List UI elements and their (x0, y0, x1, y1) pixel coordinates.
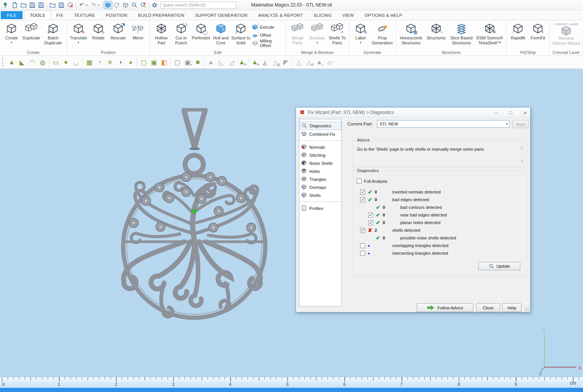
mark-shell-icon[interactable] (37, 57, 48, 67)
nav-item-normals[interactable]: Normals (299, 143, 341, 151)
hollow-part-button[interactable]: Hollow Part (151, 21, 171, 48)
mirror-button[interactable]: Mirror (128, 21, 148, 48)
scroll-up-icon[interactable]: ∧ (519, 145, 525, 150)
nav-item-combined-fix[interactable]: Combined Fix (299, 130, 341, 138)
save-icon[interactable] (28, 1, 37, 9)
triangle-report-icon[interactable]: ▤ (270, 57, 281, 67)
sphere-mark-icon[interactable] (125, 57, 136, 67)
milling-offset-button[interactable]: Milling Offset (252, 40, 284, 47)
mark-cube-surface-icon[interactable] (149, 57, 159, 67)
help-button[interactable]: Help (502, 303, 521, 312)
row-checkbox[interactable] (360, 251, 365, 256)
tab-view[interactable]: VIEW (337, 10, 359, 20)
undo-icon[interactable]: ↶ (77, 1, 86, 9)
viewport-3d[interactable]: Y X Z Fix Wizard (Part: STL NEW) > Diagn… (0, 69, 583, 377)
nav-item-stitching[interactable]: Stitching (299, 151, 341, 159)
structures-button[interactable]: ◔ Structures (424, 21, 448, 48)
open-folder-icon[interactable] (19, 1, 28, 9)
nav-item-overlaps[interactable]: Overlaps (299, 183, 341, 191)
nav-item-profiles[interactable]: Profiles (299, 204, 341, 212)
prop-generation-button[interactable]: Prop Generation (370, 21, 394, 48)
tab-file[interactable]: FILE (1, 11, 23, 19)
update-button[interactable]: Update (478, 262, 520, 270)
tab-support-generation[interactable]: SUPPORT GENERATION (190, 10, 253, 20)
follow-advice-button[interactable]: Follow Advice (417, 303, 473, 312)
freeform-selection-icon[interactable] (71, 57, 81, 67)
row-checkbox[interactable] (360, 228, 365, 233)
shells-to-parts-button[interactable]: ➚ Shells To Parts (327, 21, 347, 48)
save-as-icon[interactable] (37, 1, 45, 9)
transparent-view-icon[interactable] (121, 1, 130, 9)
star-mark-icon[interactable] (105, 57, 115, 67)
resize-grip[interactable] (525, 307, 530, 312)
settings-gear-icon[interactable] (150, 1, 159, 9)
nav-item-triangles[interactable]: Triangles (299, 175, 341, 183)
row-checkbox[interactable] (360, 243, 365, 248)
batch-duplicate-button[interactable]: ✱ Batch Duplicate (41, 21, 65, 48)
green-cube-cursor-icon[interactable] (193, 57, 203, 67)
zoom-selection-icon[interactable] (139, 1, 148, 9)
red-dot-cube-icon[interactable]: • (182, 57, 193, 67)
undo-dropdown-icon[interactable]: ▾ (86, 3, 89, 7)
current-part-select[interactable]: STL NEW ▾ (377, 120, 510, 128)
flip-triangles-icon[interactable] (226, 57, 237, 67)
pie-mark-icon[interactable] (115, 57, 125, 67)
triangle-edit-icon[interactable]: ↺ (304, 57, 314, 67)
nav-item-noise-shells[interactable]: Noise Shells (299, 159, 341, 167)
tab-position[interactable]: POSITION (100, 10, 133, 20)
mark-triangle-icon[interactable] (6, 57, 17, 67)
extrude-button[interactable]: ↑ Extrude (252, 24, 284, 31)
dialog-titlebar[interactable]: Fix Wizard (Part: STL NEW) > Diagnostics… (296, 107, 530, 117)
tab-analyze-report[interactable]: ANALYZE & REPORT (253, 10, 308, 20)
mark-plane-icon[interactable] (17, 57, 27, 67)
close-icon[interactable]: × (523, 109, 528, 116)
row-checkbox[interactable] (368, 220, 373, 225)
delete-part-icon[interactable] (66, 1, 75, 9)
minimize-icon[interactable]: – (494, 110, 499, 115)
cursor-triangle-icon[interactable] (206, 57, 216, 67)
nav-item-shells[interactable]: Shells (299, 191, 341, 199)
flip-marked-triangles-icon[interactable] (216, 57, 226, 67)
tab-options-help[interactable]: OPTIONS & HELP (359, 10, 408, 20)
create-button[interactable]: ✦ Create ▾ (2, 21, 21, 48)
circle-selection-icon[interactable] (61, 57, 71, 67)
cursor-cube-icon[interactable] (172, 57, 182, 67)
honeycomb-structures-button[interactable]: ▦ Honeycomb Structures (398, 21, 424, 48)
slice-based-structures-button[interactable]: Slice Based Structures (448, 21, 475, 48)
hull-and-core-button[interactable]: Hull and Core (211, 21, 231, 48)
rotate-button[interactable]: ↻ Rotate (88, 21, 108, 48)
search-input[interactable] (161, 2, 236, 9)
nav-item-diagnostics[interactable]: Diagnostics (299, 122, 341, 130)
row-checkbox[interactable] (360, 190, 365, 195)
maximize-icon[interactable]: □ (508, 110, 513, 115)
triangle-orbit-icon[interactable]: ∘ (314, 57, 325, 67)
tab-texture[interactable]: TEXTURE (68, 10, 100, 20)
window-mark-icon[interactable] (84, 57, 94, 67)
brush-mark-icon[interactable] (94, 57, 105, 67)
rescale-button[interactable]: ◥ Rescale (108, 21, 128, 48)
perforator-button[interactable]: ◯ Perforator (191, 21, 211, 48)
mark-volume-icon[interactable] (159, 57, 169, 67)
dsm-somos-tetrashell-button[interactable]: ✕ DSM Somos® TetraShell™ (475, 21, 505, 48)
quad-mark-icon[interactable] (325, 57, 335, 67)
snap-view-icon[interactable] (112, 1, 121, 9)
zoom-icon[interactable] (130, 1, 139, 9)
tab-build-preparation[interactable]: BUILD PREPARATION (133, 10, 190, 20)
formfit-button[interactable]: ✦ FormFit (528, 21, 548, 48)
redo-icon[interactable]: ↷ (89, 1, 98, 9)
create-dropdown-icon[interactable]: ▾ (11, 41, 12, 44)
new-document-icon[interactable] (10, 1, 19, 9)
outline-triangle-icon[interactable] (294, 57, 304, 67)
mark-cube-icon[interactable] (138, 57, 149, 67)
translate-button[interactable]: ✛ Translate ▾ (68, 21, 88, 48)
duplicate-button[interactable]: Duplicate (21, 21, 41, 48)
label-button[interactable]: A Label ▾ (351, 21, 370, 48)
row-checkbox[interactable] (368, 213, 373, 218)
shaded-view-icon[interactable] (104, 1, 112, 9)
row-checkbox[interactable] (360, 197, 365, 202)
close-button[interactable]: Close (476, 303, 500, 312)
nav-item-holes[interactable]: Holes (299, 167, 341, 175)
label-dropdown-icon[interactable]: ▾ (360, 41, 361, 44)
filled-triangle-icon[interactable] (281, 57, 291, 67)
full-analysis-option[interactable]: Full Analysis (357, 179, 387, 184)
